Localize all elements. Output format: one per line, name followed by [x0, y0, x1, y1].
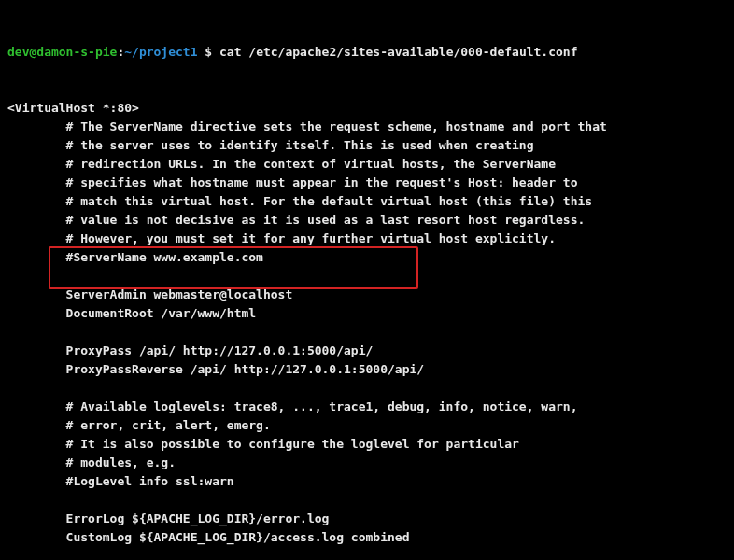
command-output: <VirtualHost *:80> # The ServerName dire…	[7, 99, 727, 560]
output-line: ProxyPass /api/ http://127.0.0.1:5000/ap…	[7, 342, 727, 360]
output-line: # specifies what hostname must appear in…	[7, 174, 727, 192]
output-line: # value is not decisive as it is used as…	[7, 211, 727, 230]
output-line	[7, 491, 727, 510]
output-line: # modules, e.g.	[7, 454, 727, 472]
output-line: # The ServerName directive sets the requ…	[7, 118, 727, 136]
prompt-host: damon-s-pie	[36, 45, 117, 59]
command-text: cat /etc/apache2/sites-available/000-def…	[219, 45, 578, 59]
prompt-line-1: dev@damon-s-pie:~/project1 $ cat /etc/ap…	[7, 43, 727, 62]
output-line: # Available loglevels: trace8, ..., trac…	[7, 398, 727, 416]
output-line: ProxyPassReverse /api/ http://127.0.0.1:…	[7, 360, 727, 379]
output-line	[7, 379, 727, 398]
output-line: ErrorLog ${APACHE_LOG_DIR}/error.log	[7, 510, 727, 528]
prompt-dollar: $	[198, 45, 219, 59]
output-line: # the server uses to identify itself. Th…	[7, 136, 727, 155]
output-line: ServerAdmin webmaster@localhost	[7, 286, 727, 304]
terminal-window[interactable]: dev@damon-s-pie:~/project1 $ cat /etc/ap…	[0, 0, 734, 560]
output-line: #LogLevel info ssl:warn	[7, 472, 727, 491]
output-line	[7, 547, 727, 560]
output-line: CustomLog ${APACHE_LOG_DIR}/access.log c…	[7, 528, 727, 547]
prompt-path: ~/project1	[124, 45, 197, 59]
output-line: DocumentRoot /var/www/html	[7, 304, 727, 323]
output-line	[7, 267, 727, 286]
output-line: # redirection URLs. In the context of vi…	[7, 155, 727, 174]
output-line: # However, you must set it for any furth…	[7, 230, 727, 248]
prompt-user: dev	[7, 45, 29, 59]
output-line: <VirtualHost *:80>	[7, 99, 727, 118]
output-line	[7, 323, 727, 342]
output-line: # match this virtual host. For the defau…	[7, 192, 727, 211]
output-line: # It is also possible to configure the l…	[7, 435, 727, 454]
output-line: #ServerName www.example.com	[7, 248, 727, 267]
output-line: # error, crit, alert, emerg.	[7, 416, 727, 435]
